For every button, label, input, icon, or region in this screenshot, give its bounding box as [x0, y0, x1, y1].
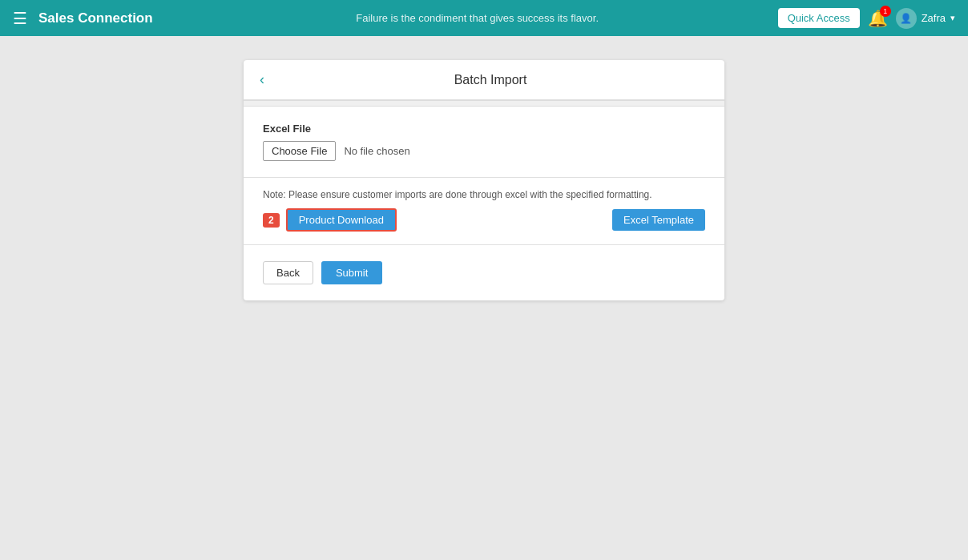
user-name: Zafra — [922, 12, 946, 24]
choose-file-button[interactable]: Choose File — [263, 141, 336, 161]
footer-buttons: Back Submit — [263, 261, 705, 284]
card-divider — [244, 100, 724, 107]
avatar: 👤 — [896, 8, 917, 29]
app-header: ☰ Sales Connection Failure is the condim… — [0, 0, 968, 36]
notification-icon[interactable]: 🔔 1 — [868, 9, 888, 28]
back-arrow-icon[interactable]: ‹ — [260, 71, 264, 88]
no-file-text: No file chosen — [344, 145, 409, 157]
action-row: 2 Product Download Excel Template — [263, 208, 705, 232]
chevron-down-icon: ▾ — [950, 13, 955, 23]
header-right: Quick Access 🔔 1 👤 Zafra ▾ — [778, 8, 955, 29]
excel-template-button[interactable]: Excel Template — [612, 209, 705, 231]
app-logo: Sales Connection — [38, 10, 153, 26]
file-input-row: Choose File No file chosen — [263, 141, 705, 161]
submit-button[interactable]: Submit — [321, 261, 382, 284]
main-content: ‹ Batch Import Excel File Choose File No… — [0, 36, 968, 560]
card-title: Batch Import — [272, 73, 708, 87]
form-section: Excel File Choose File No file chosen — [244, 107, 724, 178]
header-quote: Failure is the condiment that gives succ… — [177, 12, 778, 24]
menu-icon[interactable]: ☰ — [13, 9, 27, 28]
product-download-button[interactable]: Product Download — [286, 208, 397, 232]
batch-import-card: ‹ Batch Import Excel File Choose File No… — [244, 60, 724, 300]
user-menu[interactable]: 👤 Zafra ▾ — [896, 8, 955, 29]
notification-badge: 1 — [880, 6, 891, 17]
note-text: Note: Please ensure customer imports are… — [263, 189, 705, 200]
back-button[interactable]: Back — [263, 261, 313, 284]
quick-access-button[interactable]: Quick Access — [778, 8, 860, 28]
excel-file-label: Excel File — [263, 123, 705, 135]
step-badge: 2 — [263, 213, 280, 228]
footer-section: Back Submit — [244, 245, 724, 300]
note-section: Note: Please ensure customer imports are… — [244, 178, 724, 245]
card-header: ‹ Batch Import — [244, 60, 724, 100]
